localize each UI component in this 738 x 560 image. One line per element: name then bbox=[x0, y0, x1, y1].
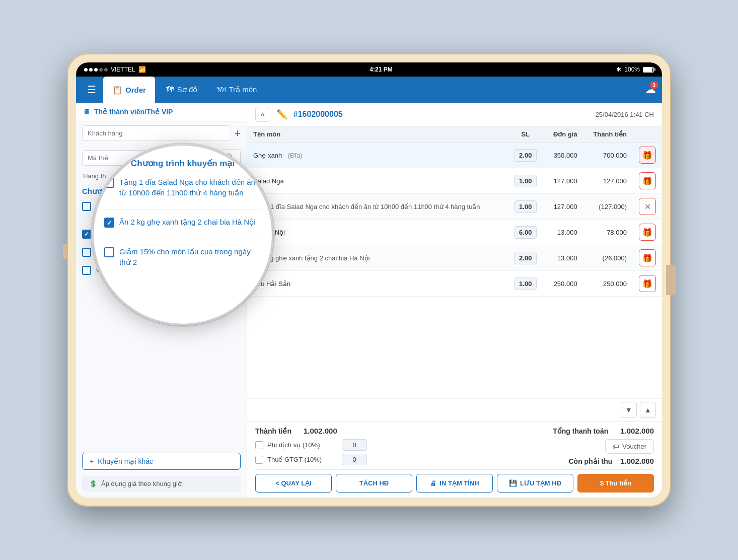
status-bar: VIETTEL 📶 4:21 PM ✱ 100% bbox=[76, 62, 662, 77]
promo-checkbox-1[interactable] bbox=[82, 202, 91, 211]
in-tam-tinh-button[interactable]: 🖨 IN TẠM TÍNH bbox=[416, 474, 493, 493]
scroll-arrows: ▼ ▲ bbox=[247, 398, 662, 421]
phi-dv-val: 0 bbox=[342, 439, 367, 451]
gift-button-5[interactable]: 🎁 bbox=[639, 249, 656, 266]
item-price-5: 13.000 bbox=[544, 245, 583, 271]
table-row: Ghẹ xanh (Đĩa) 2.00 350.000 700.000 🎁 bbox=[247, 143, 662, 168]
order-footer: Thành tiền 1.002.000 Tổng thanh toán 1.0… bbox=[247, 421, 662, 498]
col-ten-mon: Tên món bbox=[247, 126, 507, 143]
action-buttons-row: < QUAY LẠI TÁCH HĐ 🖨 IN TẠM TÍNH 💾 LƯU T… bbox=[255, 469, 654, 493]
footer-right-section: 🏷 Voucher Còn phải thu 1.002.000 bbox=[569, 439, 654, 465]
price-time-button[interactable]: 💲 Áp dụng giá theo khung giờ bbox=[82, 476, 241, 492]
table-row: Salad Nga 1.00 127.000 127.000 🎁 bbox=[247, 168, 662, 194]
item-total-6: 250.000 bbox=[583, 271, 633, 297]
thu-tien-button[interactable]: $ Thu tiền bbox=[577, 474, 654, 493]
menu-button[interactable]: ☰ bbox=[82, 81, 101, 99]
item-price-6: 250.000 bbox=[544, 271, 583, 297]
plus-icon: + bbox=[90, 457, 94, 465]
magnifier-border bbox=[92, 144, 273, 325]
thanh-tien-val: 1.002.000 bbox=[304, 427, 337, 435]
cart-button[interactable]: ☁ 3 bbox=[645, 83, 656, 96]
thue-row: Thuế GTGT (10%) 0 bbox=[255, 454, 367, 465]
signal-dots bbox=[84, 68, 108, 72]
scroll-up-button[interactable]: ▲ bbox=[640, 402, 656, 418]
extra-promo-label: Khuyến mại khác bbox=[98, 457, 153, 465]
gift-button-6[interactable]: 🎁 bbox=[639, 275, 656, 292]
item-name-5: Ăn 2kg ghẹ xanh tặng 2 chai bia Hà Nội bbox=[247, 245, 507, 271]
gift-button-4[interactable]: 🎁 bbox=[639, 224, 656, 241]
vip-icon: 🖥 bbox=[83, 108, 90, 116]
item-price-2: 127.000 bbox=[544, 168, 583, 194]
order-header-left: « ✏️ #1602000005 bbox=[255, 107, 343, 122]
footer-totals-row: Thành tiền 1.002.000 Tổng thanh toán 1.0… bbox=[255, 427, 654, 435]
promo-checkbox-4[interactable] bbox=[82, 266, 91, 275]
tach-hd-button[interactable]: TÁCH HĐ bbox=[336, 474, 412, 493]
time-display: 4:21 PM bbox=[370, 66, 392, 73]
col-don-gia: Đơn giá bbox=[544, 126, 583, 143]
item-price-3: 127.000 bbox=[544, 194, 583, 220]
promo-checkbox-3[interactable] bbox=[82, 248, 91, 257]
mag-checkbox-3[interactable] bbox=[104, 247, 114, 257]
mag-divider-1 bbox=[104, 209, 261, 209]
voucher-button[interactable]: 🏷 Voucher bbox=[605, 439, 654, 454]
table-row: Tặng 1 đĩa Salad Nga cho khách đến ăn từ… bbox=[247, 194, 662, 220]
item-price-1: 350.000 bbox=[544, 143, 583, 168]
right-panel: « ✏️ #1602000005 25/04/2016 1:41 CH Tên … bbox=[247, 103, 662, 498]
order-header: « ✏️ #1602000005 25/04/2016 1:41 CH bbox=[247, 103, 662, 126]
quay-lai-label: < QUAY LẠI bbox=[275, 479, 312, 487]
tramon-tab-icon: 🍽 bbox=[217, 85, 226, 94]
item-name-1: Ghẹ xanh (Đĩa) bbox=[247, 143, 507, 168]
thue-checkbox[interactable] bbox=[255, 456, 263, 464]
item-qty-6: 1.00 bbox=[507, 271, 544, 297]
mag-item-2: Ăn 2 kg ghẹ xanh tặng 2 chai bia Hà Nội bbox=[104, 217, 261, 228]
item-name-2: Salad Nga bbox=[247, 168, 507, 194]
add-customer-button[interactable]: + bbox=[234, 127, 241, 140]
item-total-4: 78.000 bbox=[583, 220, 633, 245]
item-qty-1: 2.00 bbox=[507, 143, 544, 168]
customer-search-row: + bbox=[76, 121, 247, 145]
con-label: Còn phải thu bbox=[569, 457, 613, 465]
item-qty-2: 1.00 bbox=[507, 168, 544, 194]
phi-dv-checkbox[interactable] bbox=[255, 441, 263, 449]
delete-button-3[interactable]: ✕ bbox=[639, 198, 656, 215]
mag-divider-2 bbox=[104, 239, 261, 239]
wifi-icon: 📶 bbox=[138, 66, 146, 73]
thanh-tien-label: Thành tiền bbox=[255, 427, 291, 435]
footer-subtotal: Thành tiền 1.002.000 bbox=[255, 427, 337, 435]
mag-checkbox-2[interactable] bbox=[104, 218, 114, 228]
gift-button-1[interactable]: 🎁 bbox=[639, 147, 656, 164]
order-back-nav-button[interactable]: « bbox=[255, 107, 270, 122]
status-left: VIETTEL 📶 bbox=[84, 66, 146, 73]
voucher-label: Voucher bbox=[622, 443, 646, 450]
top-nav: ☰ 📋 Order 🗺 Sơ đồ 🍽 Trả món ☁ 3 bbox=[76, 77, 662, 103]
tab-so-do[interactable]: 🗺 Sơ đồ bbox=[157, 77, 207, 103]
order-edit-button[interactable]: ✏️ bbox=[276, 109, 287, 120]
luu-tam-button[interactable]: 💾 LƯU TẠM HĐ bbox=[497, 474, 573, 493]
item-action-2: 🎁 bbox=[633, 168, 662, 194]
col-sl: SL bbox=[507, 126, 544, 143]
con-val: 1.002.000 bbox=[620, 457, 654, 465]
gift-button-2[interactable]: 🎁 bbox=[639, 172, 656, 189]
status-right: ✱ 100% bbox=[616, 66, 654, 73]
vip-label: Thẻ thành viên/Thẻ VIP bbox=[94, 108, 173, 116]
battery-icon bbox=[643, 67, 654, 73]
item-name-3: Tặng 1 đĩa Salad Nga cho khách đến ăn từ… bbox=[247, 194, 507, 220]
mag-item-3: Giảm 15% cho món lẩu cua trong ngày thứ … bbox=[104, 246, 261, 267]
item-name-4: Bia Hà Nội bbox=[247, 220, 507, 245]
promo-checkbox-2[interactable] bbox=[82, 230, 91, 239]
quay-lai-button[interactable]: < QUAY LẠI bbox=[255, 474, 332, 493]
table-row: Ăn 2kg ghẹ xanh tặng 2 chai bia Hà Nội 2… bbox=[247, 245, 662, 271]
tong-label: Tổng thanh toán bbox=[553, 427, 608, 435]
bluetooth-icon: ✱ bbox=[616, 66, 621, 73]
thue-label: Thuế GTGT (10%) bbox=[267, 456, 338, 463]
voucher-icon: 🏷 bbox=[613, 443, 619, 450]
footer-tax-row: Phí dịch vụ (10%) 0 Thuế GTGT (10%) 0 bbox=[255, 439, 654, 465]
magnifier-overlay: Chương trình khuyến mại Tặng 1 đĩa Salad… bbox=[92, 144, 273, 325]
item-name-6: Lẩu Hải Sản bbox=[247, 271, 507, 297]
customer-input[interactable] bbox=[82, 125, 231, 141]
tab-tra-mon[interactable]: 🍽 Trả món bbox=[208, 77, 266, 103]
extra-promo-button[interactable]: + Khuyến mại khác bbox=[82, 453, 241, 470]
scroll-down-button[interactable]: ▼ bbox=[621, 402, 637, 418]
tab-order[interactable]: 📋 Order bbox=[103, 77, 155, 103]
table-row: Lẩu Hải Sản 1.00 250.000 250.000 🎁 bbox=[247, 271, 662, 297]
